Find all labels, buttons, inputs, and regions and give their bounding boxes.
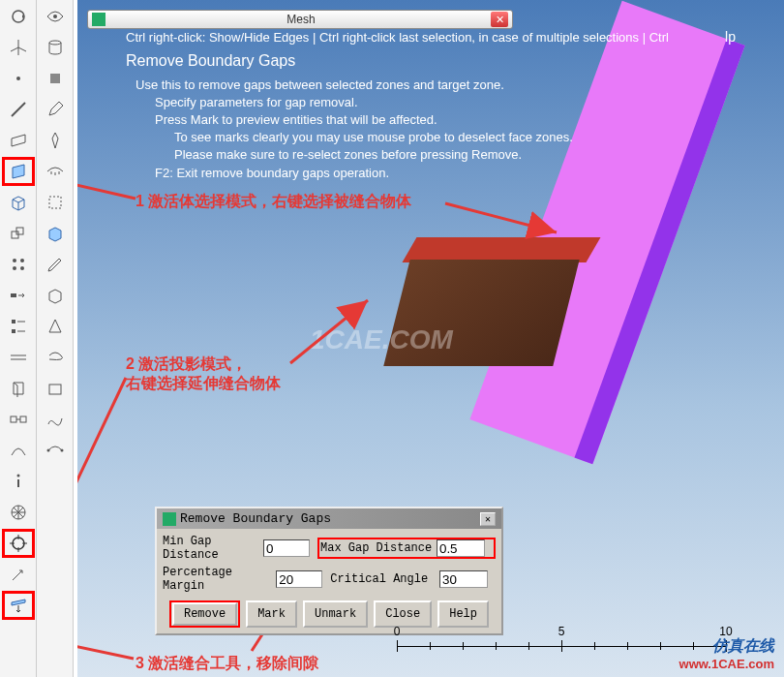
- help-label: lp: [725, 29, 736, 45]
- tool-body-icon[interactable]: [2, 188, 35, 217]
- tool-spline-icon[interactable]: [39, 405, 72, 434]
- watermark-text: 1CAE.COM: [310, 324, 453, 355]
- svg-point-8: [20, 266, 24, 270]
- tool-pen2-icon[interactable]: [39, 126, 72, 155]
- ruler-0: 0: [394, 625, 401, 638]
- dialog-titlebar[interactable]: Remove Boundary Gaps ✕: [157, 508, 501, 529]
- toolbar-left-1: [0, 0, 37, 677]
- instruction-line: Use this to remove gaps between selected…: [136, 77, 726, 94]
- footer-logo: 仿真在线 www.1CAE.com: [679, 636, 774, 671]
- window-close-button[interactable]: ✕: [491, 12, 508, 27]
- hint-line: Ctrl right-click: Show/Hide Edges | Ctrl…: [126, 29, 726, 46]
- tool-rotate-icon[interactable]: [2, 2, 35, 31]
- tool-sel-icon[interactable]: [39, 188, 72, 217]
- tool-pencil-icon[interactable]: [39, 250, 72, 279]
- dialog-close-button[interactable]: ✕: [480, 512, 496, 526]
- max-gap-label: Max Gap Distance: [320, 541, 437, 555]
- viewport-3d[interactable]: Ctrl right-click: Show/Hide Edges | Ctrl…: [77, 0, 784, 677]
- annotation-3: 3 激活缝合工具，移除间隙: [136, 654, 318, 674]
- svg-rect-9: [11, 293, 16, 297]
- window-title: Mesh: [111, 13, 491, 26]
- tool-box-icon[interactable]: [39, 374, 72, 403]
- instruction-line: To see marks clearly you may use mouse p…: [174, 129, 726, 146]
- tool-eye2-icon[interactable]: [39, 157, 72, 186]
- close-button[interactable]: Close: [374, 600, 432, 628]
- tool-line-icon[interactable]: [2, 95, 35, 124]
- svg-line-2: [12, 103, 25, 116]
- annotation-1: 1 激活体选择模式，右键选择被缝合物体: [136, 192, 411, 212]
- help-button[interactable]: Help: [437, 600, 489, 628]
- tool-axis-icon[interactable]: [2, 33, 35, 62]
- footer-url-text: www.1CAE.com: [679, 657, 774, 671]
- svg-point-1: [16, 77, 20, 80]
- svg-point-31: [47, 449, 50, 452]
- tool-bodies-icon[interactable]: [2, 219, 35, 248]
- svg-point-5: [13, 259, 16, 262]
- footer-cn-text: 仿真在线: [679, 636, 774, 657]
- svg-rect-29: [49, 197, 61, 208]
- pct-margin-input[interactable]: [276, 570, 322, 588]
- tool-face-select-icon[interactable]: [2, 157, 35, 186]
- scale-ruler: 0 5 10: [397, 634, 726, 654]
- svg-point-32: [61, 449, 64, 452]
- dialog-icon: [163, 512, 176, 526]
- tool-group-icon[interactable]: [2, 250, 35, 279]
- min-gap-input[interactable]: [263, 539, 310, 557]
- instruction-line: Specify parameters for gap removal.: [155, 94, 726, 111]
- tool-project-icon[interactable]: [2, 591, 35, 620]
- tool-move-icon[interactable]: [2, 281, 35, 310]
- annotation-2a: 2 激活投影模式，: [126, 354, 247, 375]
- tool-wrap-icon[interactable]: [39, 343, 72, 372]
- svg-point-26: [53, 15, 57, 18]
- tool-obj-icon[interactable]: [39, 64, 72, 93]
- instruction-text: Ctrl right-click: Show/Hide Edges | Ctrl…: [126, 29, 726, 182]
- tool-cube2-icon[interactable]: [39, 281, 72, 310]
- instruction-line: F2: Exit remove boundary gaps operation.: [155, 165, 726, 182]
- tool-align-icon[interactable]: [2, 312, 35, 341]
- svg-rect-10: [12, 320, 15, 323]
- crit-angle-input[interactable]: [439, 570, 488, 588]
- tool-target-icon[interactable]: [2, 529, 35, 558]
- dialog-title-text: Remove Boundary Gaps: [180, 511, 331, 526]
- ruler-5: 5: [558, 625, 565, 638]
- mark-button[interactable]: Mark: [246, 600, 297, 628]
- svg-line-37: [77, 639, 134, 659]
- svg-point-27: [49, 41, 61, 45]
- window-icon: [92, 13, 106, 26]
- min-gap-label: Min Gap Distance: [163, 535, 263, 562]
- tool-cube-icon[interactable]: [39, 219, 72, 248]
- svg-point-6: [20, 259, 24, 262]
- tool-cone-icon[interactable]: [39, 312, 72, 341]
- tool-grid-icon[interactable]: [2, 343, 35, 372]
- unmark-button[interactable]: Unmark: [303, 600, 368, 628]
- tool-probe-icon[interactable]: [2, 560, 35, 589]
- svg-rect-30: [49, 385, 61, 394]
- toolbar-left-2: [37, 0, 74, 677]
- tool-section-icon[interactable]: [2, 374, 35, 403]
- instruction-line: Press Mark to preview entities that will…: [155, 111, 726, 129]
- tool-curve-icon[interactable]: [2, 436, 35, 465]
- tool-mesh-icon[interactable]: [2, 498, 35, 527]
- dialog-remove-boundary-gaps: Remove Boundary Gaps ✕ Min Gap Distance …: [155, 507, 503, 635]
- tool-cylinder-icon[interactable]: [39, 33, 72, 62]
- svg-point-17: [17, 475, 20, 477]
- tool-info-icon[interactable]: [2, 467, 35, 496]
- instruction-title: Remove Boundary Gaps: [126, 50, 726, 72]
- tool-point-icon[interactable]: [2, 64, 35, 93]
- svg-line-35: [77, 378, 126, 562]
- tool-plane-icon[interactable]: [2, 126, 35, 155]
- tool-curve2-icon[interactable]: [39, 436, 72, 465]
- svg-rect-18: [17, 479, 19, 487]
- svg-point-7: [13, 266, 16, 270]
- svg-rect-28: [50, 74, 60, 83]
- tool-pen-icon[interactable]: [39, 95, 72, 124]
- tool-eye-icon[interactable]: [39, 2, 72, 31]
- svg-rect-11: [12, 329, 15, 333]
- window-titlebar[interactable]: Mesh ✕: [87, 10, 513, 29]
- tool-connect-icon[interactable]: [2, 405, 35, 434]
- svg-rect-14: [11, 416, 16, 422]
- crit-angle-label: Critical Angle: [330, 572, 439, 586]
- svg-rect-15: [20, 416, 26, 422]
- remove-button[interactable]: Remove: [172, 602, 237, 626]
- max-gap-input[interactable]: [437, 539, 485, 557]
